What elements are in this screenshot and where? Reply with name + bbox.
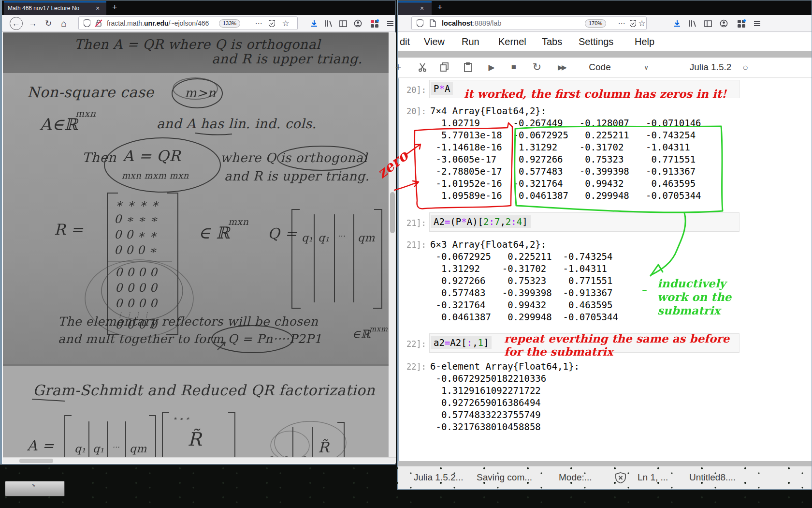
forward-button[interactable]: → (27, 15, 39, 32)
sidebar-icon[interactable] (702, 15, 714, 32)
menu-edit[interactable]: dit (400, 36, 410, 47)
account-icon[interactable] (352, 15, 363, 32)
reload-button[interactable]: ↻ (43, 15, 54, 32)
menu-help[interactable]: Help (635, 36, 654, 47)
url-bar[interactable]: fractal.math.unr.edu/~ejolson/466 133% ⋯… (78, 16, 298, 30)
code-cell-input[interactable]: A2=(P*A)[2:7,2:4] (429, 212, 740, 232)
bookmark-star-icon[interactable]: ☆ (637, 17, 647, 30)
svg-text:q₁: q₁ (302, 232, 313, 244)
bookmark-star-icon[interactable]: ☆ (281, 17, 290, 30)
cell-type-dropdown[interactable]: Code (585, 60, 614, 74)
run-all-icon[interactable]: ▶▶ (553, 60, 570, 74)
home-button[interactable]: ⌂ (58, 15, 70, 32)
library-icon[interactable] (323, 15, 334, 32)
restart-kernel-icon[interactable]: ↻ (531, 60, 543, 74)
cell-type-chevron-icon[interactable]: ∨ (641, 60, 651, 74)
paste-cells-icon[interactable] (462, 60, 474, 74)
svg-text:mxm: mxm (369, 325, 388, 333)
svg-text:mxn: mxn (228, 216, 249, 227)
permissions-shield-icon[interactable] (416, 17, 424, 30)
library-icon[interactable] (687, 15, 698, 32)
input-prompt: 20]: (399, 85, 426, 95)
sidebar-icon[interactable] (337, 15, 349, 32)
svg-text:a: a (268, 452, 275, 457)
output-prompt: 20]: (399, 106, 426, 116)
menu-hamburger-icon[interactable] (385, 15, 395, 32)
svg-text:Non-square case: Non-square case (27, 84, 155, 101)
svg-text:a: a (282, 452, 289, 457)
notebook-toolbar: + ▶ ■ ↻ ▶▶ Code ∨ Julia 1.5.2 ○ (398, 58, 812, 78)
stop-kernel-icon[interactable]: ■ (508, 60, 520, 74)
vertical-scrollbar[interactable] (389, 32, 396, 457)
tab-lecture-notes[interactable]: Math 466 nov17 Lecture No × (4, 1, 106, 15)
download-icon[interactable] (671, 15, 683, 32)
url-bar[interactable]: localhost:8889/lab 170% ⋯ ☆ (411, 16, 647, 30)
menu-hamburger-icon[interactable] (752, 15, 762, 32)
svg-text:0 0 0 0: 0 0 0 0 (115, 281, 158, 295)
navigation-toolbar: ← → ↻ ⌂ fractal.math.unr.edu/~ejolson/46… (2, 15, 395, 32)
output-prompt: 22]: (399, 362, 426, 372)
tab-jupyterlab[interactable]: × (398, 1, 432, 15)
horizontal-scrollbar[interactable] (3, 457, 396, 463)
copy-cells-icon[interactable] (438, 60, 451, 74)
code-text[interactable]: a2=A2[:,1] (431, 336, 492, 349)
desktop-background (0, 464, 812, 508)
navigation-toolbar: localhost:8889/lab 170% ⋯ ☆ (398, 15, 812, 32)
notebook-panel: 20]: P*A 20]: 7×4 Array{Float64,2}: 1.02… (398, 78, 812, 461)
url-text[interactable]: localhost:8889/lab (442, 19, 501, 27)
menu-run[interactable]: Run (462, 36, 479, 47)
menu-kernel[interactable]: Kernel (498, 36, 526, 47)
cut-cells-icon[interactable] (416, 60, 429, 74)
code-text[interactable]: A2=(P*A)[2:7,2:4] (431, 215, 531, 228)
svg-text:A = QR: A = QR (122, 147, 181, 164)
menu-settings[interactable]: Settings (579, 36, 613, 47)
svg-text:⋯: ⋯ (337, 231, 346, 240)
svg-text:m>n: m>n (185, 86, 216, 100)
download-icon[interactable] (308, 15, 320, 32)
menu-tabs[interactable]: Tabs (542, 36, 562, 47)
svg-text:Then A = QR where Q is: Then A = QR where Q is orthogonal (74, 37, 321, 52)
extensions-puzzle-icon[interactable] (735, 15, 748, 32)
tab-bar: × + (398, 0, 812, 15)
extensions-puzzle-icon[interactable] (368, 15, 381, 32)
firefox-window-notes: Math 466 nov17 Lecture No × + ← → ↻ ⌂ fr… (0, 0, 395, 464)
jupyterlab-menu-bar: dit View Run Kernel Tabs Settings Help (398, 32, 812, 51)
tab-close-icon[interactable]: × (96, 4, 100, 12)
add-cell-icon[interactable]: + (394, 60, 403, 74)
scrollbar-thumb[interactable] (19, 459, 53, 463)
url-text[interactable]: fractal.math.unr.edu/~ejolson/466 (107, 19, 209, 27)
account-icon[interactable] (718, 15, 729, 32)
run-cell-icon[interactable]: ▶ (486, 60, 497, 74)
kernel-name[interactable]: Julia 1.5.2 (684, 60, 737, 74)
insecure-lock-icon[interactable] (94, 17, 103, 30)
tracking-shield-icon[interactable] (267, 17, 276, 30)
tab-close-icon[interactable]: × (420, 4, 424, 12)
scrollbar-thumb[interactable] (390, 192, 395, 233)
tracking-shield-icon[interactable] (628, 17, 637, 30)
svg-text:Q =: Q = (268, 225, 297, 242)
permissions-shield-icon[interactable] (83, 17, 91, 30)
tab-bar: Math 466 nov17 Lecture No × + (2, 0, 395, 15)
zoom-level-badge[interactable]: 133% (219, 19, 240, 28)
firefox-window-jupyterlab: × + localhost:8889/lab 170% ⋯ ☆ (397, 0, 812, 490)
page-actions-icon[interactable]: ⋯ (617, 17, 626, 30)
zoom-level-badge[interactable]: 170% (585, 19, 606, 28)
svg-text:The elementary reflectors will: The elementary reflectors will be chosen (58, 314, 319, 329)
svg-text:qm: qm (358, 232, 375, 244)
back-button[interactable]: ← (10, 17, 23, 30)
taskbar-item[interactable]: ∿ (5, 481, 65, 496)
new-tab-button[interactable]: + (437, 2, 443, 13)
cell-output-vector: 6-element Array{Float64,1}: -0.067292501… (430, 360, 580, 433)
menu-view[interactable]: View (424, 36, 445, 47)
page-icon (428, 17, 437, 30)
page-actions-icon[interactable]: ⋯ (254, 17, 263, 30)
annotation-green-note: inductively work on the submatrix (657, 277, 731, 317)
svg-text:q₁: q₁ (93, 443, 104, 455)
svg-text:R̃: R̃ (318, 439, 330, 456)
input-prompt: 22]: (399, 339, 426, 349)
svg-text:∗ ∗ ∗ ∗: ∗ ∗ ∗ ∗ (115, 197, 160, 210)
dock-panel-strip (398, 51, 812, 58)
code-text[interactable]: P*A (431, 82, 453, 95)
svg-text:and A has lin. ind. cols.: and A has lin. ind. cols. (157, 116, 317, 131)
new-tab-button[interactable]: + (112, 2, 117, 13)
